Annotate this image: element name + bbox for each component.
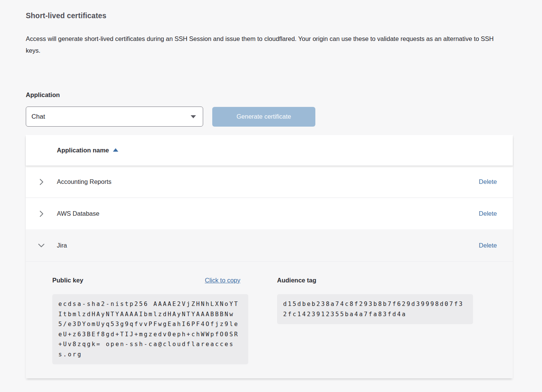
column-header-application-name[interactable]: Application name [57,147,118,154]
page-description: Access will generate short-lived certifi… [26,33,508,56]
generate-certificate-button[interactable]: Generate certificate [212,107,315,127]
expand-row-button[interactable] [26,178,57,186]
table-row: Accounting Reports Delete [26,166,513,198]
table-row-expanded: Jira Delete [26,229,513,261]
application-label: Application [26,91,513,99]
chevron-right-icon [37,178,45,186]
collapse-row-button[interactable] [26,241,57,249]
delete-link[interactable]: Delete [479,242,497,249]
audience-tag-label: Audience tag [277,277,316,284]
table-header-row: Application name [26,135,513,166]
audience-tag-value[interactable]: d15dbeb238a74c8f293b8b7f629d39998d07f32f… [277,294,473,324]
chevron-right-icon [37,210,45,218]
application-select-value: Chat [31,113,191,121]
sort-ascending-icon [113,148,118,152]
application-name: Accounting Reports [57,178,479,185]
certificate-detail-panel: Public key Click to copy ecdsa-sha2-nist… [26,261,513,378]
public-key-label: Public key [52,277,83,284]
application-name: Jira [57,242,479,249]
application-name: AWS Database [57,210,479,217]
generate-certificate-form: Application Chat Generate certificate [26,91,513,127]
page-title: Short-lived certificates [26,0,513,20]
table-row: AWS Database Delete [26,198,513,229]
application-select[interactable]: Chat [26,107,203,127]
public-key-value[interactable]: ecdsa-sha2-nistp256 AAAAE2VjZHNhLXNoYTIt… [52,294,248,364]
expanded-row-section: Jira Delete Public key Click to copy ecd… [26,229,513,378]
caret-down-icon [191,115,196,118]
short-lived-certificates-section: Short-lived certificates Access will gen… [26,0,513,378]
expand-row-button[interactable] [26,210,57,218]
applications-table: Application name Accounting Reports Dele… [26,135,513,378]
click-to-copy-link[interactable]: Click to copy [205,277,240,284]
chevron-down-icon [37,241,45,249]
column-header-label: Application name [57,147,109,154]
delete-link[interactable]: Delete [479,178,497,185]
audience-tag-column: Audience tag d15dbeb238a74c8f293b8b7f629… [277,277,473,367]
public-key-column: Public key Click to copy ecdsa-sha2-nist… [52,277,248,367]
delete-link[interactable]: Delete [479,210,497,217]
